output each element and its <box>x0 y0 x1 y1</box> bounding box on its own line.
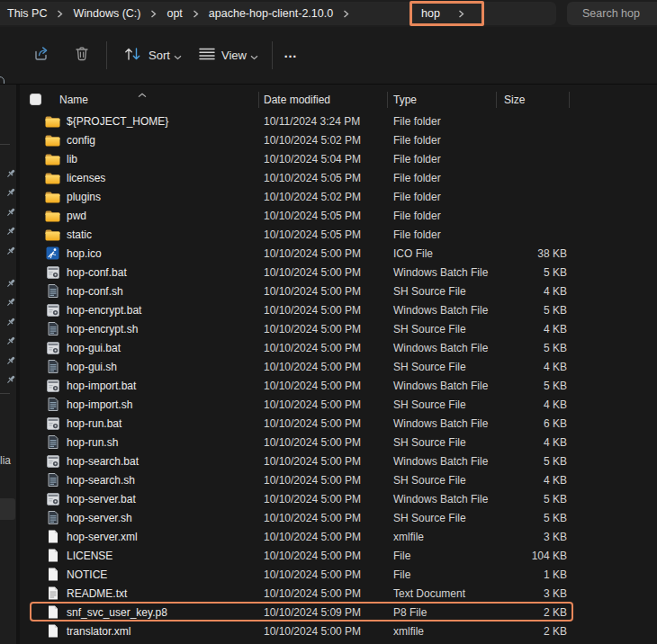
file-size-cell: 4 KB <box>496 436 569 449</box>
share-button[interactable] <box>33 27 50 84</box>
column-header-type[interactable]: Type <box>393 94 417 106</box>
file-name-cell[interactable]: config <box>45 134 258 147</box>
file-name-cell[interactable]: hop-conf.bat <box>45 266 258 279</box>
file-size-cell: 4 KB <box>496 474 569 487</box>
file-row[interactable]: hop-import.sh10/10/2024 5:00 PMSH Source… <box>20 395 657 414</box>
sort-button[interactable]: Sort <box>123 27 182 84</box>
file-row[interactable]: hop-import.bat10/10/2024 5:00 PMWindows … <box>20 376 657 395</box>
file-name-cell[interactable]: hop.ico <box>45 246 258 260</box>
column-resize-handle[interactable] <box>569 92 570 108</box>
file-row[interactable]: hop-server.bat10/10/2024 5:00 PMWindows … <box>20 489 657 508</box>
file-size-cell: 3 KB <box>496 587 569 600</box>
file-row[interactable]: hop-conf.bat10/10/2024 5:00 PMWindows Ba… <box>20 263 657 282</box>
file-row[interactable]: ${PROJECT_HOME}10/11/2024 3:24 PMFile fo… <box>20 112 657 130</box>
file-name-cell[interactable]: hop-run.bat <box>45 417 258 430</box>
file-name: hop-server.bat <box>67 493 136 505</box>
file-row[interactable]: licenses10/10/2024 5:05 PMFile folder <box>20 168 657 187</box>
file-row[interactable]: hop-run.sh10/10/2024 5:00 PMSH Source Fi… <box>20 433 657 452</box>
hop-app-icon <box>45 246 60 260</box>
page-icon <box>45 624 60 638</box>
file-name-cell[interactable]: hop-encrypt.bat <box>45 304 258 317</box>
column-header-date[interactable]: Date modified <box>264 94 330 106</box>
file-name-cell[interactable]: hop-search.bat <box>45 455 258 468</box>
file-row[interactable]: hop-encrypt.bat10/10/2024 5:00 PMWindows… <box>20 300 657 319</box>
delete-button[interactable] <box>74 27 90 84</box>
file-name-cell[interactable]: README.txt <box>45 586 258 600</box>
file-row[interactable]: hop-gui.sh10/10/2024 5:00 PMSH Source Fi… <box>20 357 657 376</box>
share-icon <box>33 45 50 66</box>
file-row[interactable]: hop-search.bat10/10/2024 5:00 PMWindows … <box>20 452 657 470</box>
trash-icon <box>74 45 90 66</box>
view-button[interactable]: View <box>199 27 258 84</box>
column-resize-handle[interactable] <box>496 92 497 108</box>
file-type-cell: xmlfile <box>387 625 496 638</box>
file-name-cell[interactable]: licenses <box>45 172 258 184</box>
chevron-right-icon <box>150 10 157 18</box>
pushpin-icon <box>5 353 16 364</box>
file-name-cell[interactable]: NOTICE <box>45 568 258 581</box>
file-row[interactable]: static10/10/2024 5:05 PMFile folder <box>20 225 657 244</box>
file-name-cell[interactable]: hop-gui.sh <box>45 360 258 373</box>
file-name-cell[interactable]: plugins <box>45 191 258 203</box>
column-header-size[interactable]: Size <box>504 94 525 106</box>
folder-icon <box>45 191 60 203</box>
page-icon <box>45 549 60 562</box>
column-resize-handle[interactable] <box>387 92 388 108</box>
file-name-cell[interactable]: hop-server.bat <box>45 493 258 505</box>
file-name-cell[interactable]: hop-import.sh <box>45 398 258 411</box>
file-name: static <box>67 228 92 241</box>
file-row[interactable]: NOTICE10/10/2024 5:00 PMFile1 KB <box>20 565 657 584</box>
file-row[interactable]: hop-server.xml10/10/2024 5:00 PMxmlfile3… <box>20 527 657 546</box>
file-row[interactable]: hop-conf.sh10/10/2024 5:00 PMSH Source F… <box>20 282 657 300</box>
file-name-cell[interactable]: static <box>45 228 258 241</box>
file-date-cell: 10/10/2024 5:00 PM <box>258 568 387 581</box>
file-name-cell[interactable]: hop-encrypt.sh <box>45 322 258 335</box>
breadcrumb-windows-c[interactable]: Windows (C:) <box>68 7 146 20</box>
file-date-cell: 10/10/2024 5:00 PM <box>258 247 387 260</box>
file-type-cell: File folder <box>387 134 496 147</box>
breadcrumb-opt[interactable]: opt <box>161 7 187 20</box>
annotation-highlight-breadcrumb <box>410 1 484 26</box>
file-name-cell[interactable]: lib <box>45 153 258 165</box>
column-header-name[interactable]: Name <box>59 94 88 106</box>
file-size-cell: 4 KB <box>496 285 569 298</box>
file-name-cell[interactable]: hop-server.xml <box>45 530 258 543</box>
column-resize-handle[interactable] <box>258 92 259 108</box>
file-row[interactable]: hop.ico10/10/2024 5:00 PMICO File38 KB <box>20 244 657 263</box>
file-type-cell: Windows Batch File <box>387 342 496 354</box>
file-name-cell[interactable]: ${PROJECT_HOME} <box>45 115 258 128</box>
file-name-cell[interactable]: hop-run.sh <box>45 435 258 449</box>
file-row[interactable]: hop-encrypt.sh10/10/2024 5:00 PMSH Sourc… <box>20 319 657 338</box>
file-size-cell: 5 KB <box>496 266 569 279</box>
file-type-cell: File <box>387 550 496 562</box>
file-row[interactable]: config10/10/2024 5:02 PMFile folder <box>20 130 657 149</box>
breadcrumb-this-pc[interactable]: This PC <box>2 7 52 20</box>
file-row[interactable]: LICENSE10/10/2024 5:00 PMFile104 KB <box>20 546 657 565</box>
nav-selected-item-highlight[interactable] <box>0 498 15 520</box>
file-date-cell: 10/10/2024 5:00 PM <box>258 285 387 298</box>
file-row[interactable]: README.txt10/10/2024 5:00 PMText Documen… <box>20 584 657 603</box>
file-name-cell[interactable]: hop-conf.sh <box>45 284 258 298</box>
file-row[interactable]: plugins10/10/2024 5:02 PMFile folder <box>20 187 657 206</box>
file-size-cell: 4 KB <box>496 323 569 335</box>
file-name-cell[interactable]: hop-search.sh <box>45 473 258 487</box>
see-more-button[interactable]: … <box>284 27 300 84</box>
file-row[interactable]: pwd10/10/2024 5:05 PMFile folder <box>20 206 657 225</box>
file-row[interactable]: hop-search.sh10/10/2024 5:00 PMSH Source… <box>20 470 657 489</box>
select-all-checkbox[interactable] <box>30 94 41 105</box>
file-row[interactable]: lib10/10/2024 5:04 PMFile folder <box>20 149 657 168</box>
breadcrumb-apache-hop-client[interactable]: apache-hop-client-2.10.0 <box>203 7 338 20</box>
file-name-cell[interactable]: pwd <box>45 210 258 222</box>
file-row[interactable]: translator.xml10/10/2024 5:00 PMxmlfile2… <box>20 622 657 640</box>
file-name-cell[interactable]: translator.xml <box>45 624 258 638</box>
file-size-cell: 4 KB <box>496 361 569 373</box>
file-name-cell[interactable]: LICENSE <box>45 549 258 562</box>
file-row[interactable]: hop-server.sh10/10/2024 5:00 PMSH Source… <box>20 508 657 527</box>
file-name-cell[interactable]: hop-server.sh <box>45 511 258 524</box>
file-name-cell[interactable]: hop-gui.bat <box>45 342 258 354</box>
search-input[interactable]: Search hop <box>567 2 657 25</box>
file-name-cell[interactable]: hop-import.bat <box>45 380 258 392</box>
file-date-cell: 10/10/2024 5:00 PM <box>258 380 387 392</box>
file-row[interactable]: hop-run.bat10/10/2024 5:00 PMWindows Bat… <box>20 414 657 433</box>
file-row[interactable]: hop-gui.bat10/10/2024 5:00 PMWindows Bat… <box>20 338 657 357</box>
